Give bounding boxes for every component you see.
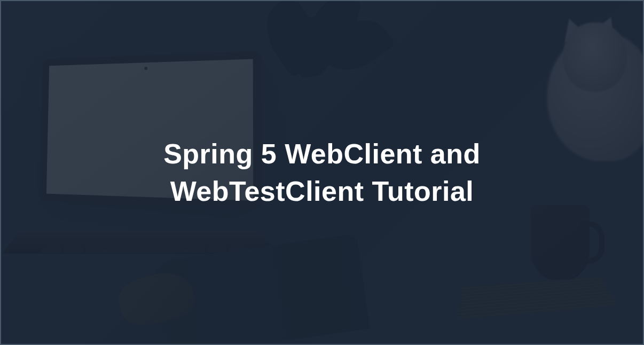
hero-title: Spring 5 WebClient and WebTestClient Tut… [163, 135, 481, 210]
title-line-2: WebTestClient Tutorial [170, 176, 474, 207]
title-line-1: Spring 5 WebClient and [163, 138, 481, 169]
title-container: Spring 5 WebClient and WebTestClient Tut… [142, 135, 502, 210]
hero-banner: Spring 5 WebClient and WebTestClient Tut… [0, 0, 644, 345]
